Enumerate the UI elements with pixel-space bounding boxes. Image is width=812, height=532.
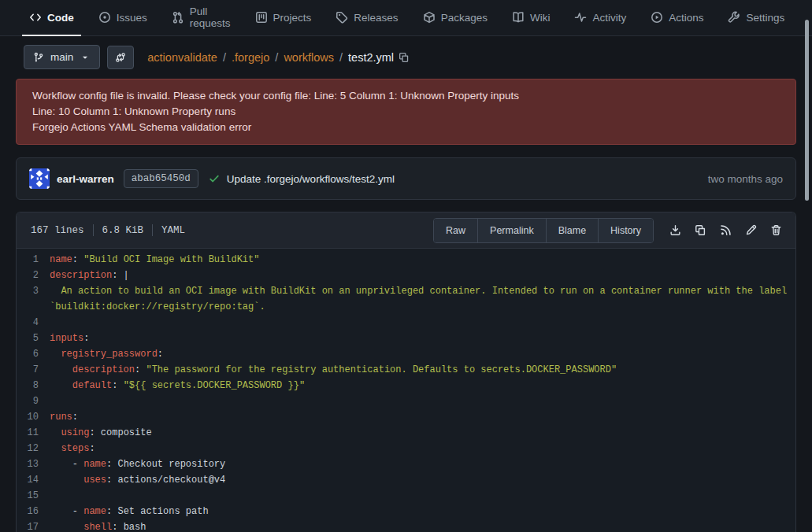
- line-number[interactable]: 15: [17, 488, 50, 504]
- tab-settings[interactable]: Settings: [721, 0, 792, 36]
- tab-label: Wiki: [530, 12, 551, 24]
- line-content: description: |: [50, 268, 795, 283]
- tab-label: Settings: [746, 12, 784, 24]
- file-action-buttons: [663, 219, 788, 242]
- line-number[interactable]: 4: [17, 315, 50, 331]
- breadcrumb-segment[interactable]: actionvalidate: [147, 51, 217, 64]
- line-content: default: "${{ secrets.DOCKER_PASSWORD }}…: [50, 378, 795, 393]
- commit-message[interactable]: Update .forgejo/workflows/test2.yml: [227, 173, 395, 185]
- wiki-icon: [512, 11, 525, 24]
- code-line: 16 - name: Set actions path: [17, 504, 795, 519]
- breadcrumb-segment[interactable]: workflows: [284, 51, 334, 64]
- line-content: registry_password:: [50, 346, 795, 362]
- breadcrumb-separator: /: [339, 51, 343, 64]
- delete-button[interactable]: [764, 219, 788, 242]
- settings-icon: [728, 11, 740, 24]
- code-line: 6 registry_password:: [17, 346, 795, 362]
- line-content: steps:: [50, 441, 795, 456]
- code-line: 1name: "Build OCI Image with BuildKit": [17, 252, 795, 268]
- file-view-panel: 167 lines 6.8 KiB YAML RawPermalinkBlame…: [16, 212, 796, 532]
- tab-issues[interactable]: Issues: [91, 0, 154, 36]
- code-icon: [29, 11, 42, 24]
- tab-label: Packages: [441, 12, 488, 24]
- code-line: 15: [17, 488, 795, 504]
- file-header: 167 lines 6.8 KiB YAML RawPermalinkBlame…: [17, 212, 795, 249]
- branch-selector[interactable]: main: [24, 45, 100, 69]
- download-button[interactable]: [663, 219, 687, 242]
- code-line: 3 An action to build an OCI image with B…: [17, 283, 795, 315]
- line-number[interactable]: 14: [17, 472, 50, 488]
- line-number[interactable]: 1: [17, 252, 50, 268]
- tab-code[interactable]: Code: [22, 0, 81, 36]
- edit-button[interactable]: [739, 219, 762, 242]
- compare-icon: [115, 52, 126, 63]
- file-view-buttons: RawPermalinkBlameHistory: [433, 218, 654, 243]
- branch-name: main: [50, 51, 73, 63]
- file-size: 6.8 KiB: [102, 225, 144, 236]
- commit-author[interactable]: earl-warren: [57, 173, 114, 185]
- permalink-button[interactable]: Permalink: [477, 219, 546, 242]
- line-content: - name: Set actions path: [50, 504, 795, 519]
- line-number[interactable]: 12: [17, 441, 50, 456]
- breadcrumb-segment: test2.yml: [348, 51, 394, 64]
- tab-activity[interactable]: Activity: [567, 0, 633, 36]
- line-content: description: "The password for the regis…: [50, 362, 795, 378]
- line-content: inputs:: [50, 331, 795, 346]
- blame-button[interactable]: Blame: [546, 219, 598, 242]
- raw-button[interactable]: Raw: [434, 219, 477, 242]
- file-info: 167 lines 6.8 KiB YAML: [31, 224, 185, 236]
- line-number[interactable]: 7: [17, 362, 50, 378]
- line-number[interactable]: 3: [17, 283, 50, 315]
- code-line: 7 description: "The password for the reg…: [17, 362, 795, 378]
- scrollbar[interactable]: [805, 20, 809, 201]
- commit-time: two months ago: [708, 173, 783, 185]
- code-line: 10runs:: [17, 409, 795, 425]
- tab-label: Issues: [117, 12, 147, 24]
- breadcrumb-segment[interactable]: .forgejo: [232, 51, 269, 64]
- line-number[interactable]: 9: [17, 393, 50, 409]
- tab-label: Code: [47, 12, 74, 24]
- line-number[interactable]: 16: [17, 504, 50, 519]
- line-content: using: composite: [50, 425, 795, 441]
- rss-feed-button[interactable]: [714, 219, 737, 242]
- avatar[interactable]: [29, 168, 50, 189]
- line-content: [50, 488, 795, 504]
- divider: [152, 224, 153, 236]
- line-content: [50, 393, 795, 409]
- tab-label: Activity: [592, 12, 626, 24]
- copy-content-button[interactable]: [688, 219, 712, 242]
- line-number[interactable]: 10: [17, 409, 50, 425]
- tab-releases[interactable]: Releases: [328, 0, 405, 36]
- compare-button[interactable]: [107, 46, 134, 69]
- issues-icon: [98, 11, 111, 24]
- breadcrumb-separator: /: [275, 51, 278, 64]
- pull-request-icon: [172, 11, 184, 24]
- tab-wiki[interactable]: Wiki: [505, 0, 558, 36]
- actions-icon: [651, 11, 663, 24]
- breadcrumb: actionvalidate/.forgejo/workflows/test2.…: [147, 51, 394, 64]
- line-number[interactable]: 6: [17, 346, 50, 362]
- line-number[interactable]: 5: [17, 331, 50, 346]
- code-line: 17 shell: bash: [17, 519, 795, 532]
- code-line: 13 - name: Checkout repository: [17, 456, 795, 472]
- tab-projects[interactable]: Projects: [248, 0, 319, 36]
- branch-icon: [33, 52, 44, 63]
- tab-pull-requests[interactable]: Pull requests: [165, 0, 238, 36]
- commit-status-check-icon[interactable]: [209, 173, 220, 184]
- commit-sha-button[interactable]: abab65450d: [124, 169, 198, 188]
- line-number[interactable]: 13: [17, 456, 50, 472]
- tab-packages[interactable]: Packages: [416, 0, 495, 36]
- line-content: [50, 315, 795, 331]
- file-toolbar: main actionvalidate/.forgejo/workflows/t…: [24, 45, 796, 69]
- line-content: An action to build an OCI image with Bui…: [50, 283, 795, 315]
- copy-path-button[interactable]: [399, 52, 410, 63]
- tab-label: Projects: [273, 12, 312, 24]
- line-number[interactable]: 2: [17, 268, 50, 283]
- tab-actions[interactable]: Actions: [643, 0, 710, 36]
- line-number[interactable]: 11: [17, 425, 50, 441]
- line-number[interactable]: 17: [17, 519, 50, 532]
- history-button[interactable]: History: [598, 219, 653, 242]
- line-number[interactable]: 8: [17, 378, 50, 393]
- divider: [93, 224, 94, 236]
- code-line: 2description: |: [17, 268, 795, 283]
